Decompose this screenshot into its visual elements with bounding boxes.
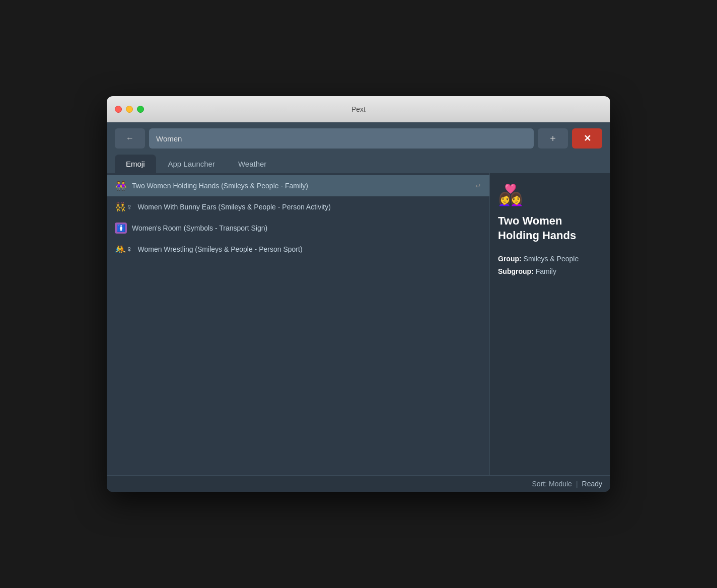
results-list[interactable]: 👭 Two Women Holding Hands (Smileys & Peo… [107, 173, 489, 475]
window-title: Pext [351, 105, 366, 113]
separator: | [576, 480, 578, 488]
group-label: Group: Smileys & People [498, 255, 579, 263]
tab-app-launcher[interactable]: App Launcher [157, 155, 226, 173]
detail-meta: Group: Smileys & People Subgroup: Family [498, 253, 602, 278]
tabs-bar: Emoji App Launcher Weather [107, 155, 610, 173]
tab-weather[interactable]: Weather [227, 155, 277, 173]
result-item[interactable]: 🤼♀️ Women Wrestling (Smileys & People - … [107, 239, 489, 260]
app-window: Pext ← + ✕ Emoji App Launcher Weather 👭 … [107, 96, 610, 492]
result-emoji: 👯♀️ [115, 201, 133, 212]
minimize-button[interactable] [126, 106, 133, 113]
maximize-button[interactable] [137, 106, 144, 113]
result-emoji: 🤼♀️ [115, 244, 133, 255]
toolbar: ← + ✕ [107, 122, 610, 155]
search-input[interactable] [149, 128, 534, 149]
result-label: Two Women Holding Hands (Smileys & Peopl… [132, 182, 470, 190]
sort-label: Sort: Module [532, 480, 572, 488]
detail-title: Two Women Holding Hands [498, 214, 602, 243]
traffic-lights [115, 106, 144, 113]
result-item[interactable]: 🚺 Women's Room (Symbols - Transport Sign… [107, 217, 489, 239]
statusbar: Sort: Module | Ready [107, 475, 610, 492]
result-label: Women With Bunny Ears (Smileys & People … [138, 203, 482, 211]
add-button[interactable]: + [538, 128, 568, 149]
result-label: Women's Room (Symbols - Transport Sign) [132, 224, 481, 232]
titlebar: Pext [107, 96, 610, 122]
tab-emoji[interactable]: Emoji [115, 155, 156, 173]
result-emoji: 👭 [115, 180, 127, 191]
enter-icon: ↵ [475, 182, 481, 190]
close-button[interactable] [115, 106, 122, 113]
result-label: Women Wrestling (Smileys & People - Pers… [138, 245, 482, 253]
result-emoji: 🚺 [115, 223, 127, 234]
close-x-button[interactable]: ✕ [572, 128, 602, 149]
result-item[interactable]: 👭 Two Women Holding Hands (Smileys & Peo… [107, 175, 489, 196]
detail-panel: 👩‍❤️‍👩 Two Women Holding Hands Group: Sm… [489, 173, 610, 475]
subgroup-label: Subgroup: Family [498, 267, 556, 275]
content-area: 👭 Two Women Holding Hands (Smileys & Peo… [107, 173, 610, 475]
ready-status: Ready [582, 480, 602, 488]
detail-emoji: 👩‍❤️‍👩 [498, 183, 602, 207]
back-button[interactable]: ← [115, 128, 145, 149]
result-item[interactable]: 👯♀️ Women With Bunny Ears (Smileys & Peo… [107, 196, 489, 217]
